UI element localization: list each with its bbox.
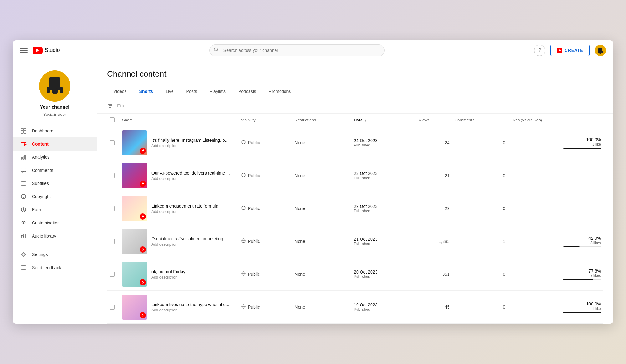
shorts-badge-icon bbox=[140, 246, 146, 253]
shorts-badge-icon bbox=[140, 148, 146, 154]
sidebar-item-comments[interactable]: Comments bbox=[13, 164, 97, 177]
svg-rect-11 bbox=[60, 87, 63, 93]
avatar[interactable] bbox=[595, 45, 606, 56]
thumbnail[interactable] bbox=[122, 130, 147, 155]
thumbnail[interactable] bbox=[122, 163, 147, 188]
header-left: Studio bbox=[20, 47, 60, 54]
visibility-value: Public bbox=[248, 173, 260, 178]
restrictions-cell: None bbox=[292, 291, 351, 324]
restrictions-cell: None bbox=[292, 159, 351, 192]
likes-cell: – bbox=[508, 192, 603, 225]
status-value: Published bbox=[354, 242, 414, 246]
add-description[interactable]: Add description bbox=[151, 177, 230, 181]
thumbnail[interactable] bbox=[122, 196, 147, 221]
comments-cell: 0 bbox=[452, 258, 508, 291]
add-description[interactable]: Add description bbox=[151, 144, 228, 148]
comments-cell: 0 bbox=[452, 192, 508, 225]
copyright-icon: C bbox=[20, 193, 27, 200]
short-cell: ok, but not Friday Add description bbox=[120, 258, 239, 291]
search-input[interactable] bbox=[209, 44, 385, 56]
views-cell: 45 bbox=[416, 291, 452, 324]
filter-icon[interactable] bbox=[107, 103, 113, 109]
sidebar-item-dashboard[interactable]: Dashboard bbox=[13, 124, 97, 137]
youtube-logo-icon bbox=[33, 47, 43, 54]
short-title[interactable]: LinkedIn engagement rate formula bbox=[151, 203, 218, 208]
header-comments: Comments bbox=[452, 114, 508, 126]
date-value: 20 Oct 2023 bbox=[354, 269, 414, 274]
sidebar-item-subtitles[interactable]: Subtitles bbox=[13, 177, 97, 190]
tab-podcasts[interactable]: Podcasts bbox=[232, 85, 263, 98]
sidebar-item-earn[interactable]: $ Earn bbox=[13, 203, 97, 216]
header-date[interactable]: Date ↓ bbox=[351, 114, 416, 126]
row-checkbox-cell bbox=[107, 225, 120, 258]
likes-count: 3 likes bbox=[510, 241, 601, 245]
page-title: Channel content bbox=[107, 69, 603, 79]
likes-cell: – bbox=[508, 159, 603, 192]
svg-marker-18 bbox=[24, 143, 27, 146]
likes-cell: 42.9% 3 likes bbox=[508, 225, 603, 258]
row-checkbox[interactable] bbox=[110, 173, 115, 178]
globe-icon bbox=[241, 271, 246, 277]
thumbnail[interactable] bbox=[122, 229, 147, 254]
svg-rect-17 bbox=[21, 144, 24, 144]
date-value: 19 Oct 2023 bbox=[354, 302, 414, 307]
svg-rect-23 bbox=[21, 182, 26, 185]
menu-icon[interactable] bbox=[20, 47, 28, 54]
content-table: Short Visibility Restrictions Date ↓ Vie… bbox=[107, 114, 603, 324]
tab-playlists[interactable]: Playlists bbox=[203, 85, 232, 98]
globe-icon bbox=[241, 304, 246, 310]
sidebar-item-audio-library[interactable]: Audio library bbox=[13, 229, 97, 243]
tab-posts[interactable]: Posts bbox=[180, 85, 203, 98]
svg-point-30 bbox=[23, 222, 24, 223]
short-title[interactable]: #socialmedia #socialmediamarketing ... bbox=[151, 236, 228, 241]
row-checkbox[interactable] bbox=[110, 239, 115, 244]
filter-bar: Filter bbox=[97, 98, 613, 114]
add-description[interactable]: Add description bbox=[151, 308, 229, 312]
sidebar-item-customisation[interactable]: Customisation bbox=[13, 216, 97, 229]
tab-shorts[interactable]: Shorts bbox=[133, 85, 159, 98]
add-description[interactable]: Add description bbox=[151, 242, 228, 247]
short-title[interactable]: It's finally here: Instagram Listening, … bbox=[151, 138, 228, 143]
comments-cell: 0 bbox=[452, 126, 508, 159]
sidebar-item-settings[interactable]: Settings bbox=[13, 248, 97, 261]
table-row: Our AI-powered tool delivers real-time .… bbox=[107, 159, 603, 192]
create-button[interactable]: CREATE bbox=[550, 45, 590, 56]
sidebar-item-copyright[interactable]: C Copyright bbox=[13, 190, 97, 203]
restrictions-cell: None bbox=[292, 192, 351, 225]
tab-live[interactable]: Live bbox=[159, 85, 180, 98]
thumbnail[interactable] bbox=[122, 295, 147, 320]
logo-area[interactable]: Studio bbox=[33, 47, 60, 54]
row-checkbox[interactable] bbox=[110, 305, 115, 310]
visibility-cell: Public bbox=[239, 192, 292, 225]
row-checkbox[interactable] bbox=[110, 272, 115, 277]
date-value: 22 Oct 2023 bbox=[354, 204, 414, 209]
thumbnail[interactable] bbox=[122, 262, 147, 287]
settings-icon bbox=[20, 251, 27, 258]
add-description[interactable]: Add description bbox=[151, 209, 218, 214]
row-checkbox[interactable] bbox=[110, 140, 115, 145]
svg-rect-35 bbox=[21, 266, 26, 269]
select-all-checkbox[interactable] bbox=[110, 117, 115, 122]
sidebar-item-analytics[interactable]: Analytics bbox=[13, 151, 97, 164]
shorts-badge-icon bbox=[140, 213, 146, 220]
date-cell: 22 Oct 2023 Published bbox=[351, 192, 416, 225]
globe-icon bbox=[241, 205, 246, 212]
tab-promotions[interactable]: Promotions bbox=[263, 85, 297, 98]
tab-videos[interactable]: Videos bbox=[107, 85, 133, 98]
short-title[interactable]: LinkedIn lives up to the hype when it c.… bbox=[151, 302, 229, 307]
sidebar-item-content[interactable]: Content bbox=[13, 137, 97, 151]
globe-icon bbox=[241, 172, 246, 179]
sidebar-item-send-feedback[interactable]: Send feedback bbox=[13, 261, 97, 274]
table-row: ok, but not Friday Add description Publi… bbox=[107, 258, 603, 291]
short-title[interactable]: Our AI-powered tool delivers real-time .… bbox=[151, 171, 230, 176]
help-icon[interactable]: ? bbox=[534, 45, 545, 56]
status-value: Published bbox=[354, 176, 414, 180]
search-bar bbox=[209, 44, 385, 56]
short-title[interactable]: ok, but not Friday bbox=[151, 269, 185, 274]
channel-avatar[interactable] bbox=[39, 70, 70, 102]
add-description[interactable]: Add description bbox=[151, 275, 185, 279]
customisation-label: Customisation bbox=[32, 220, 60, 225]
dashboard-icon bbox=[20, 127, 27, 134]
sidebar: Your channel Socialinsider Dashboard bbox=[13, 60, 97, 324]
row-checkbox[interactable] bbox=[110, 206, 115, 211]
